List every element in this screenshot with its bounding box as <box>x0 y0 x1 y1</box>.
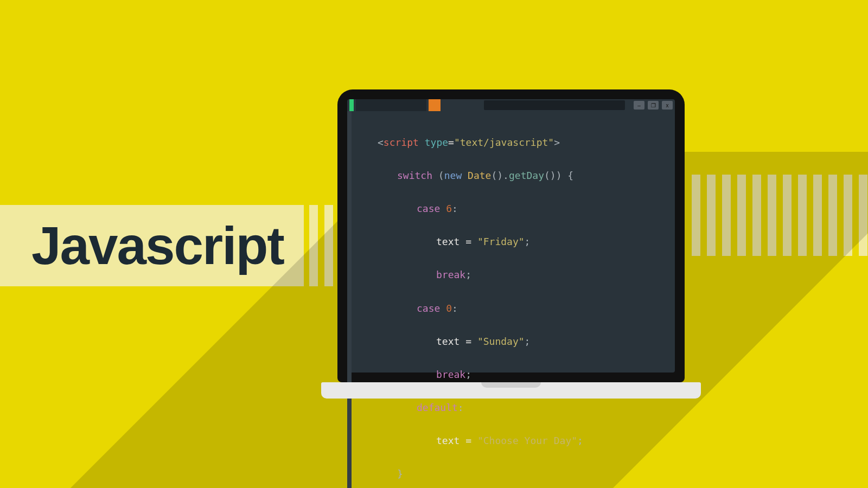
code-line: default: <box>378 400 583 416</box>
close-icon: x <box>662 101 673 110</box>
tab <box>356 99 426 111</box>
tab-indicator-modified <box>429 99 441 111</box>
screen: – ❐ x <script type="text/javascript"> sw… <box>347 99 675 373</box>
editor-titlebar: – ❐ x <box>347 99 675 111</box>
code-line: text = "Sunday"; <box>378 333 583 350</box>
title-band: Javascript <box>0 205 304 286</box>
code-block: <script type="text/javascript"> switch (… <box>356 111 583 488</box>
minimize-icon: – <box>634 101 644 110</box>
tab-indicator-active <box>349 99 354 111</box>
gutter <box>347 111 352 488</box>
code-line: text = "Friday"; <box>378 234 583 251</box>
address-bar <box>484 100 625 110</box>
code-line: break; <box>378 367 583 383</box>
code-line: switch (new Date().getDay()) { <box>378 168 583 184</box>
page-title: Javascript <box>31 215 284 277</box>
code-line: case 0: <box>378 300 583 317</box>
code-line: text = "Choose Your Day"; <box>378 433 583 450</box>
code-line: } <box>378 466 583 483</box>
code-line: case 6: <box>378 201 583 217</box>
maximize-icon: ❐ <box>648 101 659 110</box>
code-line: break; <box>378 267 583 284</box>
screen-frame: – ❐ x <script type="text/javascript"> sw… <box>337 89 685 382</box>
laptop-base <box>321 382 701 399</box>
laptop: – ❐ x <script type="text/javascript"> sw… <box>337 89 685 399</box>
code-line: <script type="text/javascript"> <box>378 134 583 151</box>
editor-body: <script type="text/javascript"> switch (… <box>347 111 675 488</box>
laptop-notch <box>481 382 541 388</box>
